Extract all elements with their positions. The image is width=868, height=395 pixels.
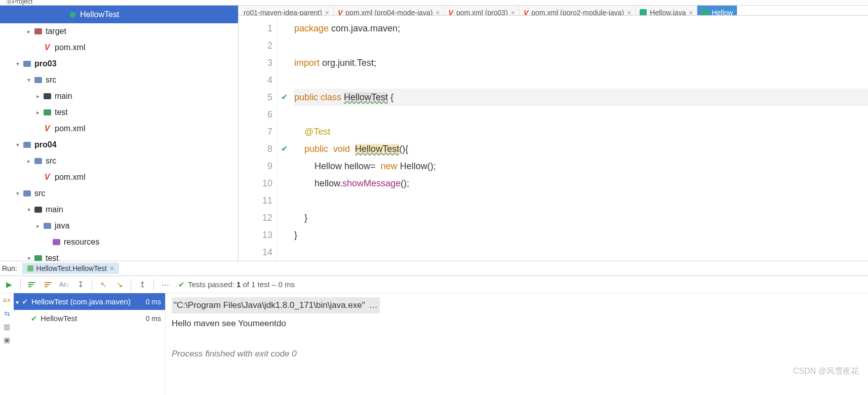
maven-icon: V bbox=[43, 173, 52, 182]
editor-tab[interactable]: Vpom.xml (pro03)× bbox=[445, 6, 520, 16]
tab-label: ro01-maven-idea-parent) bbox=[244, 9, 322, 16]
tree-label: test bbox=[46, 254, 59, 261]
tree-item[interactable]: main bbox=[0, 88, 238, 104]
run-toolbar[interactable]: ▶ AZ↓ ↧ ↖ ↘ ↥ ⋯ ✔Tests passed: 1 of 1 te… bbox=[0, 276, 868, 293]
tree-item[interactable]: java bbox=[0, 218, 238, 234]
tree-item[interactable]: src bbox=[0, 153, 238, 169]
chevron-down-icon[interactable] bbox=[13, 141, 22, 148]
class-icon: ⬢ bbox=[68, 10, 77, 19]
project-header: ▣ Project bbox=[0, 0, 868, 6]
java-icon bbox=[640, 9, 647, 16]
tab-label: pom.xml (poro2-module-java) bbox=[531, 9, 624, 16]
chevron-right-icon[interactable] bbox=[33, 222, 43, 229]
console-output[interactable]: "C:\Program Files\Java\jdk1.8.0_171\bin\… bbox=[166, 293, 868, 395]
tree-item[interactable]: main bbox=[0, 202, 238, 218]
run-panel: Run: HellowTest.HellowTest × ▶ AZ↓ ↧ ↖ ↘… bbox=[0, 261, 868, 395]
tree-item[interactable]: target bbox=[0, 23, 238, 40]
pin-icon[interactable]: ▥ bbox=[4, 323, 10, 331]
more-button[interactable]: ⋯ bbox=[158, 278, 172, 292]
tree-label: main bbox=[46, 205, 63, 214]
close-icon[interactable]: × bbox=[627, 9, 631, 16]
folder-icon bbox=[33, 27, 43, 36]
chevron-right-icon[interactable] bbox=[33, 93, 43, 100]
chevron-right-icon[interactable] bbox=[33, 109, 43, 116]
project-tree[interactable]: ⬢HellowTesttargetVpom.xmlpro03srcmaintes… bbox=[0, 6, 239, 261]
tree-label: pro04 bbox=[34, 140, 57, 149]
sort-button[interactable]: AZ↓ bbox=[57, 278, 71, 292]
close-icon[interactable]: × bbox=[511, 9, 515, 16]
chevron-right-icon[interactable] bbox=[24, 28, 33, 35]
tab-label: Hellow bbox=[712, 9, 733, 16]
editor-tab[interactable]: Vpom.xml (pro04-mode-java)× bbox=[334, 6, 444, 16]
export-button[interactable]: ↥ bbox=[135, 278, 149, 292]
chevron-down-icon[interactable] bbox=[24, 76, 33, 84]
run-tab-label: HellowTest.HellowTest bbox=[36, 264, 107, 272]
tree-item[interactable]: Vpom.xml bbox=[0, 40, 238, 56]
tree-item[interactable]: resources bbox=[0, 234, 238, 250]
chevron-down-icon[interactable] bbox=[24, 255, 33, 261]
filter-failed-button[interactable] bbox=[41, 278, 55, 292]
next-fail-button[interactable]: ↘ bbox=[112, 278, 127, 292]
tree-label: src bbox=[34, 189, 45, 198]
expand-button[interactable]: ↧ bbox=[73, 278, 88, 292]
tree-item-selected[interactable]: ⬢HellowTest bbox=[0, 6, 238, 23]
chevron-down-icon[interactable] bbox=[16, 297, 19, 306]
folder-icon bbox=[43, 92, 52, 101]
test-duration: 0 ms bbox=[146, 298, 161, 306]
tree-item[interactable]: src bbox=[0, 185, 238, 202]
tree-label: main bbox=[55, 92, 72, 101]
ellipsis-icon[interactable]: … bbox=[367, 297, 380, 313]
maven-icon: V bbox=[449, 9, 453, 16]
tree-label: pom.xml bbox=[55, 43, 85, 52]
close-icon[interactable]: × bbox=[110, 264, 114, 272]
close-icon[interactable]: × bbox=[689, 9, 693, 16]
test-label: HellowTest (com.java.maven) bbox=[31, 297, 131, 306]
camera-icon[interactable]: ▣ bbox=[4, 336, 10, 344]
tree-label: src bbox=[46, 75, 56, 85]
chevron-down-icon[interactable] bbox=[24, 206, 33, 213]
chevron-right-icon[interactable] bbox=[24, 157, 33, 165]
test-row[interactable]: ✔HellowTest0 ms bbox=[14, 310, 165, 327]
folder-icon bbox=[22, 59, 31, 68]
chevron-down-icon[interactable] bbox=[13, 60, 22, 67]
editor-tab[interactable]: Vpom.xml (poro2-module-java)× bbox=[520, 6, 636, 16]
test-duration: 0 ms bbox=[146, 314, 161, 323]
editor-tab[interactable]: Hellow bbox=[697, 6, 737, 16]
run-label: Run: bbox=[2, 264, 17, 272]
test-pass-icon bbox=[27, 265, 33, 271]
folder-icon bbox=[33, 254, 43, 261]
tree-item[interactable]: test bbox=[0, 250, 238, 261]
filter-passed-button[interactable] bbox=[25, 278, 39, 292]
code-editor[interactable]: 1234567891011121314 ✔ ✔ package com.java… bbox=[239, 16, 868, 261]
tree-item[interactable]: pro04 bbox=[0, 137, 238, 153]
refresh-icon[interactable]: ⇆ bbox=[4, 309, 10, 318]
chevron-down-icon[interactable] bbox=[13, 190, 22, 197]
watermark: CSDN @风雪夜花 bbox=[793, 366, 859, 377]
run-tab-bar[interactable]: Run: HellowTest.HellowTest × bbox=[0, 261, 868, 276]
run-side-toolbar[interactable]: ≡× ⇆ ▥ ▣ bbox=[0, 293, 14, 395]
tree-label: resources bbox=[64, 238, 99, 247]
test-tree[interactable]: ✔HellowTest (com.java.maven)0 ms✔HellowT… bbox=[14, 293, 166, 395]
close-icon[interactable]: × bbox=[325, 9, 329, 16]
tree-item[interactable]: Vpom.xml bbox=[0, 121, 238, 137]
tree-item[interactable]: src bbox=[0, 72, 238, 88]
test-label: HellowTest bbox=[41, 314, 77, 323]
line-gutter: 1234567891011121314 bbox=[239, 16, 277, 261]
folder-icon bbox=[33, 205, 43, 214]
editor-tabs[interactable]: ro01-maven-idea-parent)×Vpom.xml (pro04-… bbox=[239, 6, 868, 16]
gutter-marks: ✔ ✔ bbox=[277, 16, 291, 261]
test-status: ✔Tests passed: 1 of 1 test – 0 ms bbox=[178, 280, 295, 289]
close-panel-icon[interactable]: ≡× bbox=[3, 296, 11, 304]
tree-item[interactable]: Vpom.xml bbox=[0, 169, 238, 185]
close-icon[interactable]: × bbox=[436, 9, 440, 16]
tree-label: src bbox=[46, 156, 56, 166]
tree-item[interactable]: test bbox=[0, 104, 238, 121]
test-row[interactable]: ✔HellowTest (com.java.maven)0 ms bbox=[14, 293, 165, 310]
tree-item[interactable]: pro03 bbox=[0, 56, 238, 72]
prev-fail-button[interactable]: ↖ bbox=[96, 278, 110, 292]
editor-tab[interactable]: ro01-maven-idea-parent)× bbox=[240, 6, 334, 16]
folder-icon bbox=[33, 75, 43, 85]
run-button[interactable]: ▶ bbox=[2, 278, 16, 292]
editor-tab[interactable]: Hellow.java× bbox=[636, 6, 697, 16]
run-tab[interactable]: HellowTest.HellowTest × bbox=[22, 263, 119, 274]
